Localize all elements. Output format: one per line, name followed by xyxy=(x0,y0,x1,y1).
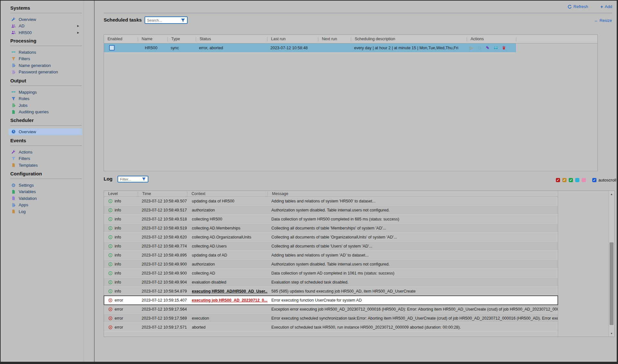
sidebar-item-system-ad[interactable]: AD ▶ xyxy=(9,23,82,30)
sidebar-item-scheduler-overview[interactable]: Overview xyxy=(9,128,82,135)
column-header-message[interactable]: Message xyxy=(267,191,558,196)
column-header-name[interactable]: Name xyxy=(138,37,167,42)
sidebar-item-name-generation[interactable]: Name generation xyxy=(9,62,82,69)
sidebar-item-settings[interactable]: ⚙ Settings xyxy=(9,182,82,189)
edit-task-icon[interactable]: ✎ xyxy=(485,46,490,50)
log-rows: info 2023-07-12 10:58:49.507 updating da… xyxy=(104,197,558,332)
sidebar-item-jobs[interactable]: Jobs xyxy=(9,102,82,109)
column-header-next-run[interactable]: Next run xyxy=(318,37,351,42)
task-last-run: 2023-07-12 10:58:48 xyxy=(267,46,318,50)
log-level: info xyxy=(115,280,121,285)
column-header-level[interactable]: Level xyxy=(104,191,138,196)
log-time: 2023-07-12 10:59:15.407 xyxy=(138,298,187,303)
log-row[interactable]: info 2023-07-12 10:58:49.620 collecting … xyxy=(104,233,558,242)
log-row[interactable]: info 2023-07-12 10:58:49.507 updating da… xyxy=(104,197,558,206)
delete-task-icon[interactable] xyxy=(501,46,506,50)
column-header-type[interactable]: Type xyxy=(167,37,196,42)
log-level: error xyxy=(115,325,123,330)
log-filter-box xyxy=(117,176,148,182)
legend-warning-checkbox[interactable]: ✓ xyxy=(562,178,566,182)
column-header-context[interactable]: Context xyxy=(187,191,267,196)
sidebar-item-mappings[interactable]: Mappings xyxy=(9,89,82,96)
task-details-icon[interactable] xyxy=(493,46,498,50)
log-message: Authorization system disabled. Table int… xyxy=(267,262,558,266)
log-time: 2023-07-12 10:58:49.900 xyxy=(138,271,187,275)
add-button[interactable]: + Add xyxy=(600,4,612,9)
log-row[interactable]: info 2023-07-12 10:58:49.900 collecting … xyxy=(104,269,558,278)
section-divider xyxy=(10,46,82,46)
enabled-checkbox[interactable] xyxy=(109,45,115,51)
sidebar-item-auditing-queries[interactable]: Auditing queries xyxy=(9,109,82,116)
sidebar-item-system-hr500[interactable]: HR500 ▶ xyxy=(9,29,82,36)
scrollbar-thumb[interactable] xyxy=(610,242,613,325)
sidebar-item-filters-processing[interactable]: Filters xyxy=(9,56,82,62)
sidebar-item-relations[interactable]: Relations xyxy=(9,49,82,56)
sidebar-item-log[interactable]: Log xyxy=(9,208,82,215)
search-filter-funnel-icon[interactable] xyxy=(181,18,185,22)
sidebar-section-scheduler: Scheduler Overview xyxy=(1,117,94,135)
log-row-selected[interactable]: error 2023-07-12 10:59:15.407 executing … xyxy=(104,296,558,305)
log-message: Collecting all documents of table 'Membe… xyxy=(267,226,558,230)
column-header-time[interactable]: Time xyxy=(138,191,187,196)
legend-error-checkbox[interactable]: ✓ xyxy=(556,178,560,182)
sidebar-item-password-generation[interactable]: Password generation xyxy=(9,69,82,76)
log-row[interactable]: info 2023-07-12 10:58:54.879 executing H… xyxy=(104,287,558,296)
legend-debug-checkbox[interactable] xyxy=(575,178,579,182)
log-context: updating data of HR500 xyxy=(187,199,267,203)
column-header-scheduling[interactable]: Scheduling description xyxy=(351,37,467,42)
doc-edit-icon xyxy=(11,202,16,208)
column-header-status[interactable]: Status xyxy=(196,37,267,42)
log-message: Authorization system disabled. Table int… xyxy=(267,208,558,212)
sidebar-item-event-filters[interactable]: Filters xyxy=(9,155,82,162)
log-time: 2023-07-12 10:58:49.895 xyxy=(138,253,187,257)
sidebar-section-events: Events Actions Filters Templates xyxy=(1,137,94,169)
refresh-button[interactable]: Refresh xyxy=(567,4,588,9)
section-divider xyxy=(10,13,82,13)
legend-info-checkbox[interactable]: ✓ xyxy=(569,178,573,182)
autoscroll-checkbox[interactable]: ✓ xyxy=(592,178,596,182)
sidebar-item-variables[interactable]: Variables xyxy=(9,189,82,195)
sidebar-item-event-actions[interactable]: Actions xyxy=(9,149,82,155)
log-message: Evaluation step of scheduled task disabl… xyxy=(267,280,558,285)
log-row[interactable]: error 2023-07-12 10:59:17.571 aborted Ex… xyxy=(104,323,558,332)
log-row[interactable]: error 2023-07-12 10:59:17.569 execution … xyxy=(104,314,558,323)
section-title: Scheduler xyxy=(10,117,94,124)
stop-task-icon[interactable]: □ xyxy=(477,46,482,50)
log-row[interactable]: info 2023-07-12 10:58:49.904 evaluation … xyxy=(104,278,558,287)
scroll-up-icon[interactable]: ▲ xyxy=(609,192,614,196)
doc-icon xyxy=(11,163,16,168)
scroll-down-icon[interactable]: ▼ xyxy=(609,331,614,336)
legend-trace-checkbox[interactable] xyxy=(582,178,586,182)
column-header-last-run[interactable]: Last run xyxy=(267,37,318,42)
column-header-enabled[interactable]: Enabled xyxy=(104,37,138,42)
log-row[interactable]: error 2023-07-12 10:59:17.564 Exception … xyxy=(104,305,558,314)
task-row[interactable]: HR500 sync error, aborted 2023-07-12 10:… xyxy=(104,43,516,52)
log-row[interactable]: info 2023-07-12 10:58:49.518 collecting … xyxy=(104,215,558,224)
log-row[interactable]: info 2023-07-12 10:58:49.774 collecting … xyxy=(104,242,558,251)
log-context-link[interactable]: executing job HR500_AD_20230712_0... xyxy=(187,298,267,303)
log-row[interactable]: info 2023-07-12 10:58:49.519 collecting … xyxy=(104,224,558,233)
sidebar-item-validation[interactable]: Validation xyxy=(9,195,82,202)
log-filter-funnel-icon[interactable] xyxy=(142,177,146,181)
resize-button[interactable]: ↔ Resize xyxy=(594,18,612,23)
log-filter-input[interactable] xyxy=(120,177,140,181)
log-row[interactable]: info 2023-07-12 10:58:49.895 updating da… xyxy=(104,251,558,260)
log-row[interactable]: info 2023-07-12 10:58:49.900 authorizati… xyxy=(104,260,558,269)
log-scrollbar[interactable]: ▲ ▼ xyxy=(609,191,614,337)
log-message: Error executing function UserCreate for … xyxy=(267,298,558,303)
sidebar-item-templates[interactable]: Templates xyxy=(9,162,82,169)
panel-splitter[interactable] xyxy=(94,1,95,362)
autoscroll-label: autoscroll xyxy=(598,178,616,182)
log-context: collecting AD.Memberships xyxy=(187,226,267,230)
log-context-link[interactable]: executing HR500_AD/HR500_AD_User... xyxy=(187,289,267,294)
sidebar-item-apps[interactable]: Apps xyxy=(9,202,82,209)
column-header-actions[interactable]: Actions xyxy=(467,37,516,42)
sidebar-section-configuration: Configuration ⚙ Settings Variables Valid… xyxy=(1,170,94,215)
doc-icon xyxy=(11,209,16,214)
search-input[interactable] xyxy=(147,18,179,22)
clock-icon xyxy=(11,129,16,134)
sidebar-item-roles[interactable]: Roles xyxy=(9,96,82,102)
log-row[interactable]: info 2023-07-12 10:58:49.517 authorizati… xyxy=(104,206,558,215)
sidebar-item-systems-overview[interactable]: Overview xyxy=(9,16,82,23)
run-task-icon[interactable]: ▷ xyxy=(469,46,474,50)
